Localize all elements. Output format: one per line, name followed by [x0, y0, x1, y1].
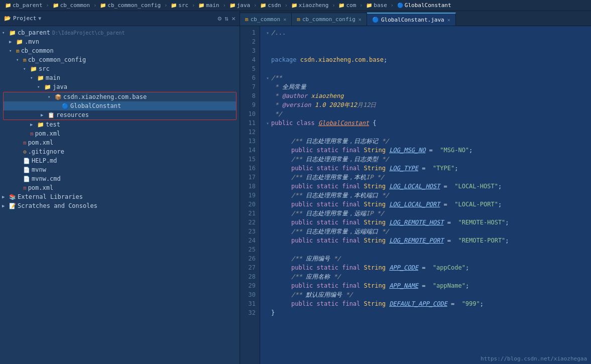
breadcrumb-src[interactable]: 📁 src: [169, 2, 190, 9]
project-icon: 📂: [4, 15, 11, 22]
close-icon[interactable]: ✕: [231, 15, 235, 22]
code-line-22: public static final String LOG_REMOTE_HO…: [264, 218, 591, 227]
tree-item-src[interactable]: ▾ 📁 src: [0, 64, 240, 73]
code-line-10: */: [264, 109, 591, 118]
tree-item-main[interactable]: ▾ 📁 main: [0, 73, 240, 82]
maven-icon: m: [30, 131, 34, 137]
breadcrumb-base[interactable]: 📁 base: [364, 2, 389, 9]
dropdown-icon[interactable]: ▼: [38, 16, 41, 21]
tab-cb-common-config[interactable]: m cb_common_config ✕: [292, 13, 367, 26]
tab-close-cb-common-config[interactable]: ✕: [359, 17, 362, 22]
spacer: [16, 140, 23, 145]
line-num-13: 13: [240, 137, 256, 146]
class-tab-icon: 🔵: [372, 17, 379, 23]
main-container: 📂 Project ▼ ⚙ ⇅ ✕ ▾ 📁 cb_parent D:\IdeaP…: [0, 11, 591, 364]
sidebar-title: 📂 Project ▼: [4, 15, 41, 22]
breadcrumb-globalconstant[interactable]: 🔵 GlobalConstant: [395, 2, 453, 9]
line-num-29: 29: [240, 281, 256, 290]
code-line-17: /** 日志处理用常量，本机 IP */: [264, 173, 591, 182]
fold-1[interactable]: ▾: [264, 29, 271, 37]
line-num-23: 23: [240, 227, 256, 236]
code-line-20: public static final String LOG_LOCAL_POR…: [264, 200, 591, 209]
breadcrumb-xiaozheng[interactable]: 📁 xiaozheng: [289, 2, 331, 9]
code-line-12: [264, 128, 591, 137]
breadcrumb-cb-common-config[interactable]: 📁 cb_common_config: [98, 2, 163, 9]
arrow-icon: ▾: [30, 75, 37, 80]
tree-item-mvn[interactable]: ▶ 📁 .mvn: [0, 37, 240, 46]
maven-icon: m: [23, 185, 27, 191]
arrow-icon: [55, 103, 62, 108]
file-icon: 📄: [23, 176, 30, 182]
line-num-8: 8: [240, 91, 256, 100]
breadcrumb-com[interactable]: 📁 com: [336, 2, 358, 9]
code-line-26: /** 应用编号 */: [264, 254, 591, 263]
line-num-28: 28: [240, 272, 256, 281]
line-num-17: 17: [240, 173, 256, 182]
git-icon: ⚙: [23, 149, 27, 155]
folder-icon: 📁: [171, 3, 177, 8]
class-icon: 🔵: [397, 3, 403, 8]
arrow-icon: ▶: [2, 194, 9, 199]
line-numbers: 1 2 3 4 5 6 7 8 9 10 11 12 13 14 15 16 1…: [240, 26, 260, 364]
breadcrumb-cb-parent[interactable]: 📁 cb_parent: [3, 2, 45, 9]
tree-item-cb-parent[interactable]: ▾ 📁 cb_parent D:\IdeaProject\cb_parent: [0, 28, 240, 37]
file-icon: 📄: [23, 167, 30, 173]
scratch-icon: 📝: [9, 203, 16, 209]
tree-item-test[interactable]: ▶ 📁 test: [0, 120, 240, 129]
code-line-31: public static final String DEFAULT_APP_C…: [264, 299, 591, 308]
tree-item-mvnw[interactable]: 📄 mvnw: [0, 165, 240, 174]
tab-globalconstant[interactable]: 🔵 GlobalConstant.java ✕: [367, 13, 456, 26]
tree-item-GlobalConstant[interactable]: 🔵 GlobalConstant: [4, 101, 236, 110]
expand-icon[interactable]: ⇅: [224, 15, 228, 22]
breadcrumb-java[interactable]: 📁 java: [227, 2, 253, 9]
code-line-7: * 全局常量: [264, 82, 591, 91]
tree-item-cb-common[interactable]: ▾ m cb_common: [0, 46, 240, 55]
tree-item-java[interactable]: ▾ 📁 java: [0, 82, 240, 91]
folder-icon: 📁: [53, 3, 59, 8]
breadcrumb-csdn[interactable]: 📁 csdn: [258, 2, 283, 9]
tree-item-external-libs[interactable]: ▶ 📚 External Libraries: [0, 192, 240, 201]
tab-cb-common[interactable]: m cb_common ✕: [240, 13, 292, 26]
breadcrumb-cb-common[interactable]: 📁 cb_common: [51, 2, 92, 9]
line-num-25: 25: [240, 245, 256, 254]
breadcrumb-main[interactable]: 📁 main: [196, 2, 221, 9]
code-line-32: }: [264, 308, 591, 317]
line-num-4: 4: [240, 55, 256, 64]
code-line-11: ▾ public class GlobalConstant {: [264, 118, 591, 128]
selection-box: ▾ 📦 csdn.xiaozheng.com.base 🔵 GlobalCons…: [3, 92, 237, 120]
code-line-8: * @author xiaozheng: [264, 91, 591, 100]
folder-icon: 📁: [9, 30, 16, 36]
line-num-19: 19: [240, 191, 256, 200]
tree-item-cb-common-config[interactable]: ▾ m cb_common_config: [0, 55, 240, 64]
folder-icon: 📁: [16, 39, 23, 45]
tree-item-pom-common[interactable]: m pom.xml: [0, 138, 240, 147]
lib-icon: 📚: [9, 194, 16, 200]
spacer: [16, 158, 23, 163]
maven-icon: m: [23, 140, 27, 146]
tree-item-helpmd[interactable]: 📄 HELP.md: [0, 156, 240, 165]
settings-icon[interactable]: ⚙: [218, 15, 222, 22]
folder-icon: 📁: [198, 3, 204, 8]
folder-icon: 📁: [37, 75, 44, 81]
tree-item-gitignore[interactable]: ⚙ .gitignore: [0, 147, 240, 156]
tree-item-pom-config[interactable]: m pom.xml: [0, 129, 240, 138]
tree-item-pom-root[interactable]: m pom.xml: [0, 183, 240, 192]
code-content[interactable]: ▾ /... package csdn.xiaozheng.com.base: [260, 26, 591, 364]
tree-item-resources[interactable]: ▶ 📋 resources: [4, 110, 236, 119]
folder-icon: 📁: [44, 84, 51, 90]
tab-close-cb-common[interactable]: ✕: [283, 17, 286, 22]
folder-icon: 📁: [37, 122, 44, 128]
code-line-1: ▾ /...: [264, 28, 591, 37]
code-line-4: package csdn.xiaozheng.com.base ;: [264, 55, 591, 64]
tree-item-scratches[interactable]: ▶ 📝 Scratches and Consoles: [0, 201, 240, 210]
tree-item-package[interactable]: ▾ 📦 csdn.xiaozheng.com.base: [4, 92, 236, 101]
tree-item-mvnwcmd[interactable]: 📄 mvnw.cmd: [0, 174, 240, 183]
line-num-15: 15: [240, 155, 256, 164]
arrow-icon: ▾: [9, 48, 16, 53]
tab-close-globalconstant[interactable]: ✕: [447, 17, 450, 23]
code-line-19: /** 日志处理用常量，本机端口 */: [264, 191, 591, 200]
arrow-icon: ▶: [30, 122, 37, 127]
package-icon: 📦: [55, 94, 62, 100]
code-line-23: /** 日志处理用常量，远端端口 */: [264, 227, 591, 236]
editor-tabs: m cb_common ✕ m cb_common_config ✕ 🔵 Glo…: [240, 11, 591, 26]
